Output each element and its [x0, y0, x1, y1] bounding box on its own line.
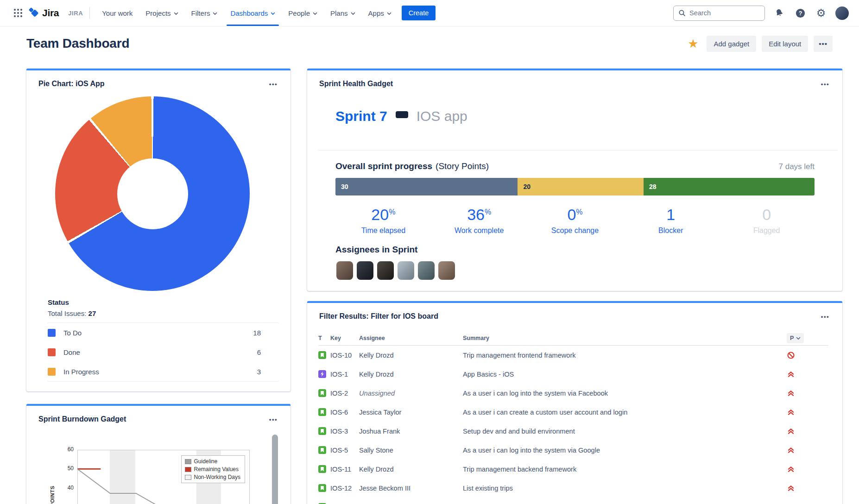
- table-row[interactable]: IOS-13Kelly DrozdCreate new trips wizard: [318, 498, 828, 504]
- issue-priority-cell: [787, 484, 828, 492]
- burndown-scrollbar[interactable]: [272, 435, 278, 504]
- search-input[interactable]: [689, 9, 754, 17]
- pie-donut-chart[interactable]: [55, 96, 250, 291]
- stat-value: 0: [719, 206, 815, 224]
- notifications-bell-icon[interactable]: [773, 6, 786, 19]
- pie-legend: To Do18Done6In Progress3: [48, 322, 278, 382]
- assignees-title: Assignees in Sprint: [335, 245, 417, 255]
- table-row[interactable]: IOS-3Joshua FrankSetup dev and and build…: [318, 422, 828, 441]
- filter-results-more-button[interactable]: •••: [821, 314, 829, 320]
- issue-key[interactable]: IOS-12: [330, 485, 359, 492]
- issue-type-cell: [318, 370, 330, 378]
- stat-work-complete: 36%Work complete: [431, 206, 527, 235]
- burndown-more-button[interactable]: •••: [269, 416, 278, 422]
- legend-swatch: [185, 459, 191, 464]
- nav-item-filters[interactable]: Filters: [186, 6, 223, 20]
- legend-value: 18: [253, 329, 261, 337]
- legend-item-done[interactable]: Done6: [48, 342, 278, 362]
- jira-logo[interactable]: Jira: [29, 7, 59, 19]
- create-button[interactable]: Create: [402, 6, 436, 20]
- stat-suffix: %: [576, 208, 582, 216]
- axis-tick-label: 60: [60, 446, 74, 453]
- nav-item-projects[interactable]: Projects: [140, 6, 183, 20]
- favorite-star-icon[interactable]: ★: [688, 38, 698, 50]
- filter-results-gadget: Filter Results: Filter for IOS board •••…: [307, 301, 842, 504]
- assignee-avatar-1[interactable]: [336, 261, 353, 280]
- edit-layout-button[interactable]: Edit layout: [762, 36, 808, 52]
- burndown-legend-item-non-working-days: Non-Working Days: [185, 474, 240, 480]
- pie-gadget-more-button[interactable]: •••: [269, 81, 278, 87]
- assignee-avatar-3[interactable]: [377, 261, 394, 280]
- table-row[interactable]: IOS-10Kelly DrozdTrip management fronten…: [318, 346, 828, 365]
- story-type-icon: [318, 465, 326, 473]
- issue-assignee: Sally Stone: [359, 447, 463, 454]
- legend-item-to-do[interactable]: To Do18: [48, 323, 278, 342]
- column-header-summary[interactable]: Summary: [463, 335, 787, 341]
- table-row[interactable]: IOS-6Jessica TaylorAs a user i can creat…: [318, 403, 828, 422]
- issue-key[interactable]: IOS-11: [330, 466, 359, 473]
- table-row[interactable]: IOS-11Kelly DrozdTrip management backend…: [318, 460, 828, 479]
- stat-time-elapsed: 20%Time elapsed: [335, 206, 431, 235]
- table-row[interactable]: IOS-2UnassignedAs a user i can log into …: [318, 384, 828, 403]
- assignee-avatar-6[interactable]: [438, 261, 455, 280]
- column-header-p-sort[interactable]: P: [787, 333, 804, 343]
- settings-gear-icon[interactable]: ⚙: [815, 6, 827, 19]
- divider: [318, 150, 838, 151]
- issue-type-cell: [318, 351, 330, 359]
- nav-item-label: Apps: [368, 9, 384, 17]
- table-row[interactable]: IOS-12Jesse Beckom IIIList existing trip…: [318, 479, 828, 498]
- column-header-assignee[interactable]: Assignee: [359, 335, 463, 341]
- nav-item-people[interactable]: People: [283, 6, 323, 20]
- story-type-icon: [318, 408, 326, 416]
- dashboard-more-button[interactable]: •••: [814, 36, 833, 52]
- legend-item-in-progress[interactable]: In Progress3: [48, 362, 278, 381]
- nav-item-plans[interactable]: Plans: [325, 6, 361, 20]
- issue-key[interactable]: IOS-5: [330, 447, 359, 454]
- user-avatar[interactable]: [835, 6, 849, 20]
- column-header-key[interactable]: Key: [330, 335, 359, 341]
- jira-logo-text: Jira: [42, 7, 59, 19]
- pie-gadget-title: Pie Chart: iOS App: [38, 80, 105, 88]
- nav-item-label: Plans: [330, 9, 348, 17]
- chevron-down-icon: [796, 336, 801, 340]
- add-gadget-button[interactable]: Add gadget: [707, 36, 756, 52]
- nav-item-label: Your work: [102, 9, 133, 17]
- jira-logo-icon: [29, 7, 39, 19]
- issue-type-cell: [318, 389, 330, 397]
- priority-blocker-icon: [787, 351, 795, 359]
- legend-label: To Do: [63, 329, 82, 337]
- issue-key[interactable]: IOS-3: [330, 428, 359, 435]
- nav-item-apps[interactable]: Apps: [363, 6, 397, 20]
- column-header-t[interactable]: T: [318, 335, 330, 341]
- issue-type-cell: [318, 484, 330, 492]
- svg-text:?: ?: [798, 10, 802, 16]
- assignee-avatar-4[interactable]: [398, 261, 414, 280]
- sprint-health-more-button[interactable]: •••: [821, 81, 829, 87]
- issue-key[interactable]: IOS-2: [330, 390, 359, 397]
- assignee-avatar-5[interactable]: [418, 261, 435, 280]
- legend-label: Remaining Values: [194, 466, 239, 472]
- burndown-y-axis-label: STORY POINTS: [50, 485, 55, 504]
- issue-assignee: Kelly Drozd: [359, 352, 463, 359]
- issue-summary: Trip management frontend framework: [463, 352, 787, 359]
- table-row[interactable]: IOS-5Sally StoneAs a user i can log into…: [318, 441, 828, 460]
- sprint-name[interactable]: Sprint 7: [335, 108, 387, 124]
- issue-key[interactable]: IOS-10: [330, 352, 359, 359]
- issue-summary: As a user i can log into the system via …: [463, 447, 787, 454]
- nav-item-dashboards[interactable]: Dashboards: [225, 6, 281, 20]
- app-switcher-icon[interactable]: [10, 5, 26, 21]
- issue-key[interactable]: IOS-1: [330, 371, 359, 378]
- legend-swatch: [185, 467, 191, 472]
- sprint-health-gadget: Sprint Health Gadget ••• Sprint 7 IOS ap…: [307, 69, 842, 291]
- issue-assignee: Kelly Drozd: [359, 466, 463, 473]
- legend-label: Non-Working Days: [194, 474, 240, 480]
- help-icon[interactable]: ?: [794, 6, 807, 19]
- chevron-down-icon: [213, 12, 217, 15]
- burndown-legend-item-guideline: Guideline: [185, 458, 240, 465]
- table-row[interactable]: IOS-1Kelly DrozdApp Basics - iOS: [318, 365, 828, 384]
- assignee-avatar-2[interactable]: [357, 261, 373, 280]
- search-box[interactable]: [673, 6, 765, 21]
- story-type-icon: [318, 446, 326, 454]
- issue-key[interactable]: IOS-6: [330, 409, 359, 416]
- nav-item-your-work[interactable]: Your work: [96, 6, 138, 20]
